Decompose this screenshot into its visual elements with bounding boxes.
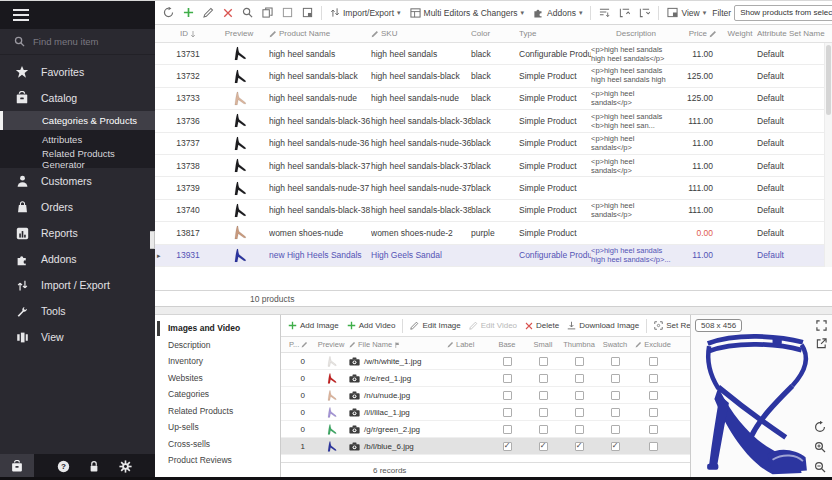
fullscreen-icon[interactable] bbox=[816, 320, 827, 331]
column-header-color[interactable]: Color bbox=[471, 29, 519, 38]
expand-tree-button[interactable] bbox=[616, 5, 633, 20]
checkbox-small[interactable] bbox=[539, 357, 548, 366]
sidebar-item-import-export[interactable]: Import / Export bbox=[0, 272, 155, 298]
product-row[interactable]: ▸ 13931 new High Heels Sandals High Geel… bbox=[155, 245, 832, 267]
edit-product-button[interactable] bbox=[200, 5, 217, 20]
category-filter-select[interactable]: Show products from selected categories ▾ bbox=[734, 5, 832, 21]
scrollbar-thumb[interactable] bbox=[826, 45, 831, 115]
sidebar-item-favorites[interactable]: Favorites bbox=[0, 59, 155, 85]
delete-image-button[interactable]: Delete bbox=[522, 319, 562, 332]
checkbox-exclude[interactable] bbox=[649, 442, 658, 451]
checkbox-base[interactable] bbox=[503, 442, 512, 451]
edit-video-button[interactable]: Edit Video bbox=[466, 319, 520, 332]
collapse-tree-button[interactable] bbox=[636, 5, 653, 20]
help-icon[interactable]: ? bbox=[57, 460, 70, 473]
detail-tab[interactable]: Websites bbox=[155, 370, 280, 387]
rotate-icon[interactable] bbox=[814, 421, 826, 433]
detail-tab[interactable]: Inventory bbox=[155, 353, 280, 370]
product-row[interactable]: ▸ 13731 high heel sandals high heel sand… bbox=[155, 43, 832, 65]
delete-product-button[interactable] bbox=[220, 6, 236, 20]
lock-icon[interactable] bbox=[88, 460, 100, 473]
gear-icon[interactable] bbox=[119, 460, 132, 473]
sidebar-item-attributes[interactable]: Attributes bbox=[0, 130, 155, 149]
column-header-description[interactable]: Description bbox=[591, 29, 681, 38]
edit-image-button[interactable]: Edit Image bbox=[407, 319, 463, 332]
checkbox-swatch[interactable] bbox=[611, 442, 620, 451]
add-video-button[interactable]: Add Video bbox=[344, 319, 399, 332]
checkbox-swatch[interactable] bbox=[611, 425, 620, 434]
checkbox-small[interactable] bbox=[539, 425, 548, 434]
column-header-thumbnail[interactable]: Thumbna bbox=[561, 340, 597, 349]
paste-button[interactable] bbox=[279, 5, 296, 20]
zoom-out-icon[interactable] bbox=[814, 461, 826, 473]
checkbox-thumbnail[interactable] bbox=[575, 391, 584, 400]
checkbox-small[interactable] bbox=[539, 374, 548, 383]
checkbox-thumbnail[interactable] bbox=[575, 442, 584, 451]
sidebar-item-view[interactable]: View bbox=[0, 324, 155, 350]
column-header-weight[interactable]: Weight bbox=[723, 29, 757, 38]
detail-tab[interactable]: Product Reviews bbox=[155, 452, 280, 469]
detail-tab[interactable]: Up-sells bbox=[155, 419, 280, 436]
image-row[interactable]: 0 /r/e/red_1.jpg bbox=[281, 370, 690, 387]
sidebar-collapse-handle[interactable] bbox=[150, 231, 155, 249]
zoom-in-icon[interactable] bbox=[814, 441, 826, 453]
checkbox-exclude[interactable] bbox=[649, 408, 658, 417]
sort-filter-button[interactable] bbox=[596, 5, 613, 20]
refresh-button[interactable] bbox=[160, 5, 177, 20]
checkbox-base[interactable] bbox=[503, 408, 512, 417]
product-row[interactable]: ▸ 13739 high heel sandals-nude-37 high h… bbox=[155, 177, 832, 199]
row-expander-icon[interactable]: ▸ bbox=[155, 252, 161, 259]
detail-tab[interactable]: Description bbox=[155, 337, 280, 354]
footer-catalog-box-icon[interactable] bbox=[0, 454, 34, 478]
download-image-button[interactable]: Download Image bbox=[564, 319, 642, 332]
checkbox-swatch[interactable] bbox=[611, 357, 620, 366]
product-row[interactable]: ▸ 13817 women shoes-nude women shoes-nud… bbox=[155, 222, 832, 244]
sidebar-item-catalog[interactable]: Catalog bbox=[0, 85, 155, 111]
checkbox-exclude[interactable] bbox=[649, 357, 658, 366]
panel-splitter[interactable] bbox=[155, 307, 832, 315]
multi-editors-menu-button[interactable]: Multi Editors & Changers▾ bbox=[407, 5, 528, 20]
sidebar-item-tools[interactable]: Tools bbox=[0, 298, 155, 324]
view-menu-button[interactable]: View▾ bbox=[664, 5, 709, 20]
sidebar-item-categories-products[interactable]: Categories & Products bbox=[0, 111, 155, 130]
column-header-label[interactable]: Label bbox=[447, 340, 489, 349]
detail-tab[interactable]: Related Products bbox=[155, 403, 280, 420]
product-row[interactable]: ▸ 13737 high heel sandals-nude-36 high h… bbox=[155, 133, 832, 155]
checkbox-exclude[interactable] bbox=[649, 374, 658, 383]
sidebar-item-reports[interactable]: Reports bbox=[0, 220, 155, 246]
checkbox-swatch[interactable] bbox=[611, 374, 620, 383]
checkbox-exclude[interactable] bbox=[649, 391, 658, 400]
product-row[interactable]: ▸ 13732 high heel sandals-black high hee… bbox=[155, 65, 832, 87]
checkbox-small[interactable] bbox=[539, 408, 548, 417]
sidebar-item-customers[interactable]: Customers bbox=[0, 168, 155, 194]
column-header-image-preview[interactable]: Preview bbox=[313, 340, 349, 349]
hamburger-menu-icon[interactable] bbox=[13, 9, 29, 21]
product-row[interactable]: ▸ 13733 high heel sandals-nude high heel… bbox=[155, 88, 832, 110]
column-header-price[interactable]: Price bbox=[681, 29, 723, 38]
sidebar-item-related-products-generator[interactable]: Related Products Generator bbox=[0, 149, 155, 168]
import-export-menu-button[interactable]: Import/Export▾ bbox=[327, 5, 404, 20]
checkbox-thumbnail[interactable] bbox=[575, 425, 584, 434]
copy-button[interactable] bbox=[259, 5, 276, 20]
product-row[interactable]: ▸ 13740 high heel sandals-black-38 high … bbox=[155, 200, 832, 222]
column-header-product-name[interactable]: Product Name bbox=[269, 29, 371, 38]
image-row[interactable]: 0 /n/u/nude.jpg bbox=[281, 387, 690, 404]
column-header-swatch[interactable]: Swatch bbox=[597, 340, 633, 349]
duplicate-button[interactable] bbox=[299, 5, 316, 20]
checkbox-base[interactable] bbox=[503, 357, 512, 366]
checkbox-thumbnail[interactable] bbox=[575, 374, 584, 383]
sidebar-item-orders[interactable]: Orders bbox=[0, 194, 155, 220]
column-header-exclude[interactable]: Exclude bbox=[633, 340, 673, 349]
checkbox-small[interactable] bbox=[539, 391, 548, 400]
checkbox-swatch[interactable] bbox=[611, 408, 620, 417]
add-image-button[interactable]: Add Image bbox=[285, 319, 342, 332]
checkbox-base[interactable] bbox=[503, 425, 512, 434]
column-header-small[interactable]: Small bbox=[525, 340, 561, 349]
vertical-scrollbar[interactable] bbox=[824, 43, 832, 267]
checkbox-base[interactable] bbox=[503, 374, 512, 383]
image-row[interactable]: 0 /w/h/white_1.jpg bbox=[281, 353, 690, 370]
image-row[interactable]: 1 /b/l/blue_6.jpg bbox=[281, 438, 690, 455]
checkbox-base[interactable] bbox=[503, 391, 512, 400]
image-row[interactable]: 0 /l/i/lilac_1.jpg bbox=[281, 404, 690, 421]
column-header-sku[interactable]: SKU bbox=[371, 29, 471, 38]
